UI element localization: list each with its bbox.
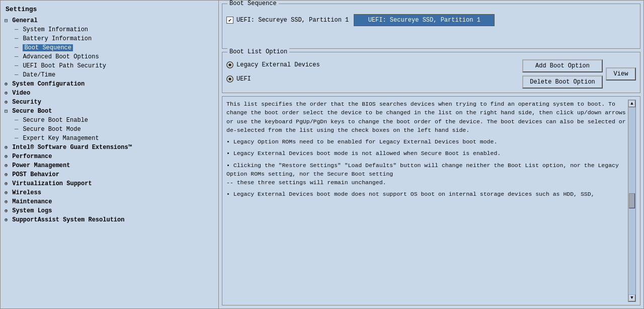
sidebar-item-system-information[interactable]: — System Information xyxy=(1,25,218,34)
sidebar-item-expert-key-management[interactable]: — Expert Key Management xyxy=(1,134,218,143)
sidebar-label-expert-key: Expert Key Management xyxy=(23,135,99,142)
sidebar-label-secure-boot-enable: Secure Boot Enable xyxy=(23,117,88,124)
add-boot-option-button[interactable]: Add Boot Option xyxy=(522,59,603,72)
sidebar-label-system-information: System Information xyxy=(23,26,88,33)
info-text: This list specifies the order that the B… xyxy=(226,100,628,302)
sidebar-item-system-configuration[interactable]: ⊕ System Configuration xyxy=(1,80,218,89)
sidebar-label-intel-sge: Intel® Software Guard Extensions™ xyxy=(12,144,132,151)
sidebar-item-security[interactable]: ⊕ Security xyxy=(1,98,218,107)
sidebar-item-datetime[interactable]: — Date/Time xyxy=(1,70,218,80)
expand-icon-wireless: ⊕ xyxy=(5,190,8,196)
sidebar-label-supportassist: SupportAssist System Resolution xyxy=(12,216,124,223)
sidebar-item-secure-boot[interactable]: ⊟ Secure Boot xyxy=(1,107,218,116)
sidebar-item-video[interactable]: ⊕ Video xyxy=(1,89,218,98)
expand-icon-maintenance: ⊕ xyxy=(5,199,8,205)
info-bullets: Legacy Option ROMs need to be enabled fo… xyxy=(226,137,628,199)
sidebar-item-virtualization-support[interactable]: ⊕ Virtualization Support xyxy=(1,179,218,188)
sidebar-item-maintenance[interactable]: ⊕ Maintenance xyxy=(1,197,218,206)
sidebar-label-secure-boot: Secure Boot xyxy=(12,108,52,115)
scroll-down-arrow[interactable]: ▼ xyxy=(628,294,635,301)
radio-label-uefi: UEFI xyxy=(236,75,251,83)
expand-icon-power: ⊕ xyxy=(5,163,8,169)
radio-label-legacy: Legacy External Devices xyxy=(236,61,320,68)
delete-boot-option-button[interactable]: Delete Boot Option xyxy=(522,75,603,89)
expand-icon-performance: ⊕ xyxy=(5,153,8,160)
sidebar-label-security: Security xyxy=(12,99,41,106)
info-panel: This list specifies the order that the B… xyxy=(222,96,640,305)
boot-list-content: Legacy External Devices UEFI Add Boot Op… xyxy=(226,59,636,89)
sidebar-label-system-configuration: System Configuration xyxy=(12,81,85,88)
sidebar-item-general[interactable]: ⊟ General xyxy=(1,16,218,25)
boot-item-checkbox[interactable]: ✔ xyxy=(226,17,233,24)
sidebar-label-secure-boot-mode: Secure Boot Mode xyxy=(23,126,80,133)
boot-sequence-panel: Boot Sequence ✔ UEFI: Secureye SSD, Part… xyxy=(222,4,640,49)
sidebar-item-boot-sequence[interactable]: — Boot Sequence xyxy=(1,43,218,52)
expand-icon-security: ⊕ xyxy=(5,99,8,105)
expand-icon-virt: ⊕ xyxy=(5,181,8,187)
boot-item-label: UEFI: Secureye SSD, Partition 1 xyxy=(236,17,349,24)
content-area: Boot Sequence ✔ UEFI: Secureye SSD, Part… xyxy=(219,0,644,309)
sidebar-item-secure-boot-mode[interactable]: — Secure Boot Mode xyxy=(1,125,218,134)
radio-icon-uefi[interactable] xyxy=(226,75,233,83)
expand-icon-intel: ⊕ xyxy=(5,144,8,150)
boot-list-title: Boot List Option xyxy=(227,48,289,55)
sidebar-label-battery-information: Battery Information xyxy=(23,35,92,42)
sidebar-item-uefi-boot-path-security[interactable]: — UEFI Boot Path Security xyxy=(1,61,218,70)
radio-options: Legacy External Devices UEFI xyxy=(226,59,517,83)
sidebar-item-performance[interactable]: ⊕ Performance xyxy=(1,152,218,161)
sidebar-label-performance: Performance xyxy=(12,153,52,160)
info-bullet-4: Legacy External Devices boot mode does n… xyxy=(226,190,628,198)
sidebar-item-advanced-boot-options[interactable]: — Advanced Boot Options xyxy=(1,52,218,61)
info-main-text: This list specifies the order that the B… xyxy=(226,100,628,134)
boot-sequence-content: ✔ UEFI: Secureye SSD, Partition 1 UEFI: … xyxy=(226,11,636,26)
sidebar-label-virtualization: Virtualization Support xyxy=(12,180,92,187)
sidebar-item-intel-sge[interactable]: ⊕ Intel® Software Guard Extensions™ xyxy=(1,143,218,152)
info-bullet-3: Clicking the "Restore Settings" "Load De… xyxy=(226,161,628,187)
expand-icon-secureboot: ⊟ xyxy=(5,108,8,114)
sidebar-label-advanced-boot-options: Advanced Boot Options xyxy=(23,53,99,60)
info-bullet-1: Legacy Option ROMs need to be enabled fo… xyxy=(226,137,628,146)
sidebar-item-secure-boot-enable[interactable]: — Secure Boot Enable xyxy=(1,116,218,125)
sidebar-label-general: General xyxy=(12,17,37,24)
expand-icon-supportassist: ⊕ xyxy=(5,217,8,223)
sidebar-label-power-management: Power Management xyxy=(12,162,70,169)
sidebar-label-wireless: Wireless xyxy=(12,189,41,196)
sidebar-label-uefi-boot: UEFI Boot Path Security xyxy=(23,62,106,69)
sidebar-label-boot-sequence: Boot Sequence xyxy=(23,44,73,51)
scroll-thumb[interactable] xyxy=(629,193,635,208)
boot-item-row: ✔ UEFI: Secureye SSD, Partition 1 xyxy=(226,17,349,24)
expand-icon-post: ⊕ xyxy=(5,172,8,178)
sidebar: Settings ⊟ General — System Information … xyxy=(0,0,219,309)
view-button[interactable]: View xyxy=(606,67,636,81)
expand-icon-general: ⊟ xyxy=(5,18,8,24)
sidebar-item-wireless[interactable]: ⊕ Wireless xyxy=(1,188,218,197)
expand-icon-syslogs: ⊕ xyxy=(5,208,8,214)
btn-group: Add Boot Option Delete Boot Option xyxy=(522,59,603,89)
boot-sequence-title: Boot Sequence xyxy=(227,0,279,7)
sidebar-label-post-behavior: POST Behavior xyxy=(12,171,59,178)
sidebar-item-system-logs[interactable]: ⊕ System Logs xyxy=(1,206,218,215)
sidebar-label-maintenance: Maintenance xyxy=(12,198,52,205)
scroll-up-arrow[interactable]: ▲ xyxy=(628,100,635,107)
expand-icon-video: ⊕ xyxy=(5,90,8,96)
radio-icon-legacy[interactable] xyxy=(226,61,233,68)
scrollbar[interactable]: ▲ ▼ xyxy=(628,100,636,302)
radio-legacy[interactable]: Legacy External Devices xyxy=(226,61,517,68)
sidebar-label-datetime: Date/Time xyxy=(23,71,55,79)
info-bullet-2: Legacy External Devices boot mode is not… xyxy=(226,149,628,158)
sidebar-label-video: Video xyxy=(12,90,30,97)
sidebar-title: Settings xyxy=(1,4,218,16)
boot-list-panel: Boot List Option Legacy External Devices… xyxy=(222,52,640,93)
boot-selected-box[interactable]: UEFI: Secureye SSD, Partition 1 xyxy=(354,14,495,26)
sidebar-item-post-behavior[interactable]: ⊕ POST Behavior xyxy=(1,170,218,179)
radio-uefi[interactable]: UEFI xyxy=(226,75,517,83)
sidebar-item-battery-information[interactable]: — Battery Information xyxy=(1,34,218,43)
sidebar-item-power-management[interactable]: ⊕ Power Management xyxy=(1,161,218,170)
boot-buttons: Add Boot Option Delete Boot Option View xyxy=(522,59,636,89)
sidebar-label-system-logs: System Logs xyxy=(12,207,52,214)
sidebar-item-supportassist[interactable]: ⊕ SupportAssist System Resolution xyxy=(1,215,218,224)
expand-icon-sysconfig: ⊕ xyxy=(5,81,8,87)
